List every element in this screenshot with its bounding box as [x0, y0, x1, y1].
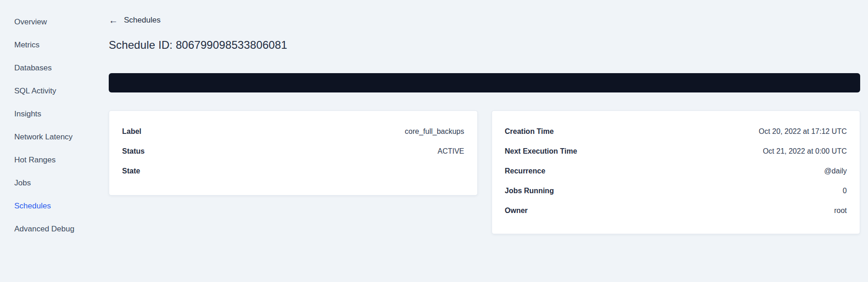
sidebar-item-databases[interactable]: Databases	[0, 57, 109, 80]
app-root: Overview Metrics Databases SQL Activity …	[0, 16, 868, 234]
page-title: Schedule ID: 806799098533806081	[109, 39, 860, 52]
sidebar-item-sql-activity[interactable]: SQL Activity	[0, 80, 109, 103]
schedule-summary-card: Label core_full_backups Status ACTIVE St…	[109, 110, 478, 196]
sidebar-item-label: Schedules	[14, 201, 51, 211]
sidebar-item-metrics[interactable]: Metrics	[0, 34, 109, 57]
detail-row-value: @daily	[824, 167, 847, 175]
sidebar-item-schedules[interactable]: Schedules	[0, 195, 109, 218]
detail-row-state: State	[122, 161, 464, 181]
detail-cards: Label core_full_backups Status ACTIVE St…	[109, 110, 860, 234]
sidebar-item-label: Databases	[14, 63, 52, 73]
sidebar-item-insights[interactable]: Insights	[0, 103, 109, 126]
sidebar-item-label: Jobs	[14, 178, 31, 188]
detail-row-value: Oct 21, 2022 at 0:00 UTC	[763, 147, 847, 155]
sidebar-item-label: Advanced Debug	[14, 224, 74, 234]
sidebar-item-label: Hot Ranges	[14, 155, 56, 165]
detail-row-value: ACTIVE	[438, 147, 464, 155]
sidebar-item-label: Network Latency	[14, 132, 73, 142]
detail-row-label: State	[122, 167, 140, 175]
sidebar-item-hot-ranges[interactable]: Hot Ranges	[0, 149, 109, 172]
back-link-schedules[interactable]: ← Schedules	[109, 16, 160, 25]
back-arrow-icon: ←	[109, 16, 118, 25]
detail-row-label: Creation Time	[505, 127, 554, 136]
sidebar-item-label: SQL Activity	[14, 86, 56, 96]
sidebar-item-overview[interactable]: Overview	[0, 11, 109, 34]
detail-row-label: Recurrence	[505, 167, 545, 175]
detail-row-value: core_full_backups	[405, 127, 464, 136]
sidebar: Overview Metrics Databases SQL Activity …	[0, 0, 109, 241]
detail-row-owner: Owner root	[505, 201, 847, 220]
detail-row-creation-time: Creation Time Oct 20, 2022 at 17:12 UTC	[505, 121, 847, 141]
detail-row-label: Label	[122, 127, 141, 136]
detail-row-recurrence: Recurrence @daily	[505, 161, 847, 181]
detail-row-label: Owner	[505, 207, 528, 215]
detail-row-label: Status	[122, 147, 145, 155]
sidebar-item-label: Metrics	[14, 40, 40, 50]
detail-row-value: 0	[843, 187, 847, 195]
detail-row-status: Status ACTIVE	[122, 141, 464, 161]
detail-row-next-execution-time: Next Execution Time Oct 21, 2022 at 0:00…	[505, 141, 847, 161]
sidebar-item-jobs[interactable]: Jobs	[0, 172, 109, 195]
sidebar-item-label: Insights	[14, 109, 41, 119]
schedule-timing-card: Creation Time Oct 20, 2022 at 17:12 UTC …	[492, 110, 861, 234]
sidebar-item-advanced-debug[interactable]: Advanced Debug	[0, 218, 109, 241]
detail-row-label: Jobs Running	[505, 187, 554, 195]
detail-row-value: Oct 20, 2022 at 17:12 UTC	[759, 127, 847, 136]
back-link-label: Schedules	[124, 16, 160, 25]
main-content: ← Schedules Schedule ID: 806799098533806…	[109, 16, 868, 234]
sidebar-item-label: Overview	[14, 17, 47, 27]
sidebar-item-network-latency[interactable]: Network Latency	[0, 126, 109, 149]
detail-row-label: Next Execution Time	[505, 147, 577, 155]
detail-row-jobs-running: Jobs Running 0	[505, 181, 847, 201]
detail-row-label: Label core_full_backups	[122, 121, 464, 141]
schedule-definition-code-block	[109, 73, 860, 92]
detail-row-value: root	[834, 207, 847, 215]
